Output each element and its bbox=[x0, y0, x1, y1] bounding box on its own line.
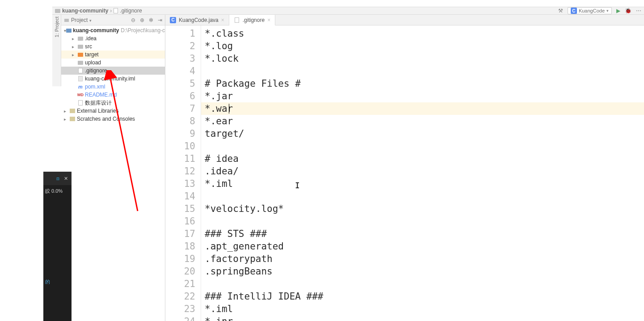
breadcrumb-project[interactable]: kuang-community bbox=[62, 8, 108, 14]
code-line[interactable] bbox=[205, 190, 644, 203]
class-icon: C bbox=[170, 17, 176, 23]
gutter-line-number: 1 bbox=[165, 27, 195, 40]
markdown-file-icon: MD bbox=[77, 92, 84, 98]
folder-icon bbox=[77, 59, 84, 66]
code-line[interactable]: # Package Files # bbox=[205, 77, 644, 90]
run-icon[interactable]: ▶ bbox=[616, 8, 620, 14]
code-line[interactable]: *.jar bbox=[205, 90, 644, 102]
gutter-line-number: 16 bbox=[165, 215, 195, 228]
code-line[interactable]: *.war bbox=[201, 102, 644, 115]
expand-icon[interactable]: ⊕ bbox=[140, 17, 144, 23]
gutter-line-number: 24 bbox=[165, 315, 195, 321]
breadcrumb-file[interactable]: .gitignore bbox=[120, 8, 142, 14]
chevron-right-icon[interactable]: ▸ bbox=[64, 117, 69, 122]
maven-file-icon: m bbox=[77, 84, 84, 90]
code-line[interactable]: ### IntelliJ IDEA ### bbox=[205, 290, 644, 303]
tree-src[interactable]: ▸ src bbox=[61, 42, 165, 51]
code-line[interactable] bbox=[205, 278, 644, 290]
debug-icon[interactable]: 🐞 bbox=[625, 8, 631, 14]
code-line[interactable]: .apt_generated bbox=[205, 240, 644, 253]
tree-external-libs[interactable]: ▸ External Libraries bbox=[61, 107, 165, 115]
editor-area: C KuangCode.java × .gitignore × 12345678… bbox=[165, 15, 644, 321]
gutter-line-number: 9 bbox=[165, 127, 195, 140]
gutter-line-number: 13 bbox=[165, 177, 195, 190]
tab-gitignore[interactable]: .gitignore × bbox=[229, 15, 275, 25]
tree-pom[interactable]: ▸ m pom.xml bbox=[61, 83, 165, 91]
code-line[interactable] bbox=[205, 65, 644, 77]
project-dropdown[interactable]: Project ▾ bbox=[71, 17, 92, 23]
code-line[interactable]: * inr bbox=[205, 315, 644, 321]
code-line[interactable]: *.ear bbox=[205, 115, 644, 127]
gutter-line-number: 8 bbox=[165, 115, 195, 127]
gutter-line-number: 23 bbox=[165, 303, 195, 315]
overlay-titlebar: ⧈ ✕ bbox=[43, 172, 72, 185]
file-icon bbox=[114, 8, 118, 13]
gutter-line-number: 10 bbox=[165, 140, 195, 152]
tree-scratches[interactable]: ▸ Scratches and Consoles bbox=[61, 115, 165, 123]
gutter-line-number: 6 bbox=[165, 90, 195, 102]
gutter-line-number: 5 bbox=[165, 77, 195, 90]
chevron-right-icon[interactable]: ▸ bbox=[72, 36, 77, 41]
editor-gutter: 123456789101112131415161718192021222324 bbox=[165, 25, 201, 321]
editor-body[interactable]: 123456789101112131415161718192021222324 … bbox=[165, 25, 644, 321]
project-folder-icon bbox=[66, 27, 72, 34]
close-icon[interactable]: ✕ bbox=[64, 176, 68, 182]
text-cursor-icon: I bbox=[295, 181, 300, 190]
code-line[interactable]: target/ bbox=[205, 127, 644, 140]
editor-code[interactable]: *.class*.log*.lock# Package Files #*.jar… bbox=[201, 25, 644, 321]
floating-overlay-panel: ⧈ ✕ 皎 0.0% 的 bbox=[43, 172, 72, 321]
tree-readme[interactable]: ▸ MD README.md bbox=[61, 91, 165, 99]
code-line[interactable]: .idea/ bbox=[205, 165, 644, 177]
tree-project-root[interactable]: ▾ kuang-community D:\Project\kuang-c... bbox=[61, 26, 165, 34]
project-tree-header: Project ▾ ⊖ ⊕ ✻ ⇥ bbox=[61, 15, 165, 25]
tree-idea[interactable]: ▸ .idea bbox=[61, 34, 165, 42]
chevron-right-icon[interactable]: ▸ bbox=[64, 109, 69, 114]
folder-icon bbox=[77, 43, 84, 50]
code-line[interactable]: *.iml bbox=[205, 177, 644, 190]
gutter-line-number: 15 bbox=[165, 203, 195, 215]
file-icon bbox=[77, 68, 84, 74]
code-line[interactable]: .factorypath bbox=[205, 253, 644, 265]
collapse-icon[interactable]: ⊖ bbox=[131, 17, 135, 23]
screenshot-icon[interactable]: ⧈ bbox=[56, 176, 59, 182]
more-run-icon[interactable]: ⋯ bbox=[636, 8, 641, 14]
chevron-right-icon[interactable]: ▸ bbox=[72, 52, 77, 57]
code-line[interactable]: *velocity.log* bbox=[205, 203, 644, 215]
tab-kuangcode[interactable]: C KuangCode.java × bbox=[165, 15, 229, 25]
scratches-icon bbox=[69, 116, 76, 122]
tree-gitignore[interactable]: ▸ .gitignore bbox=[61, 67, 165, 75]
code-line[interactable]: *.class bbox=[205, 27, 644, 40]
tree-upload[interactable]: ▸ upload bbox=[61, 59, 165, 67]
gutter-line-number: 18 bbox=[165, 240, 195, 253]
folder-icon bbox=[77, 35, 84, 42]
tree-target[interactable]: ▸ target bbox=[61, 51, 165, 59]
file-icon bbox=[77, 100, 84, 106]
code-line[interactable]: ### STS ### bbox=[205, 228, 644, 240]
folder-icon bbox=[55, 9, 60, 13]
gear-icon[interactable]: ✻ bbox=[149, 17, 153, 23]
close-icon[interactable]: × bbox=[221, 17, 224, 23]
code-line[interactable]: *.iml bbox=[205, 303, 644, 315]
tree-iml[interactable]: ▸ kuang-community.iml bbox=[61, 75, 165, 83]
gutter-line-number: 11 bbox=[165, 152, 195, 165]
hammer-icon[interactable]: ⚒ bbox=[558, 8, 563, 14]
tree-db[interactable]: ▸ 数据库设计 bbox=[61, 99, 165, 107]
project-tree[interactable]: ▾ kuang-community D:\Project\kuang-c... … bbox=[61, 25, 165, 123]
breadcrumb-separator-icon: › bbox=[110, 8, 112, 14]
project-tool-tab[interactable]: 1: Project bbox=[52, 15, 61, 86]
code-line[interactable] bbox=[205, 140, 644, 152]
close-icon[interactable]: × bbox=[267, 17, 270, 23]
run-config-label: KuangCode bbox=[579, 8, 605, 13]
code-line[interactable]: *.lock bbox=[205, 52, 644, 65]
code-line[interactable] bbox=[205, 215, 644, 228]
project-tree-panel: Project ▾ ⊖ ⊕ ✻ ⇥ ▾ kuang-community D:\P… bbox=[61, 15, 165, 321]
hide-icon[interactable]: ⇥ bbox=[158, 17, 162, 23]
code-line[interactable]: *.log bbox=[205, 40, 644, 52]
code-line[interactable]: .springBeans bbox=[205, 265, 644, 278]
gutter-line-number: 20 bbox=[165, 265, 195, 278]
gutter-line-number: 12 bbox=[165, 165, 195, 177]
code-line[interactable]: # idea bbox=[205, 152, 644, 165]
chevron-right-icon[interactable]: ▸ bbox=[72, 44, 77, 49]
run-config-dropdown[interactable]: C KuangCode ▾ bbox=[568, 7, 612, 14]
folder-icon bbox=[77, 51, 84, 58]
